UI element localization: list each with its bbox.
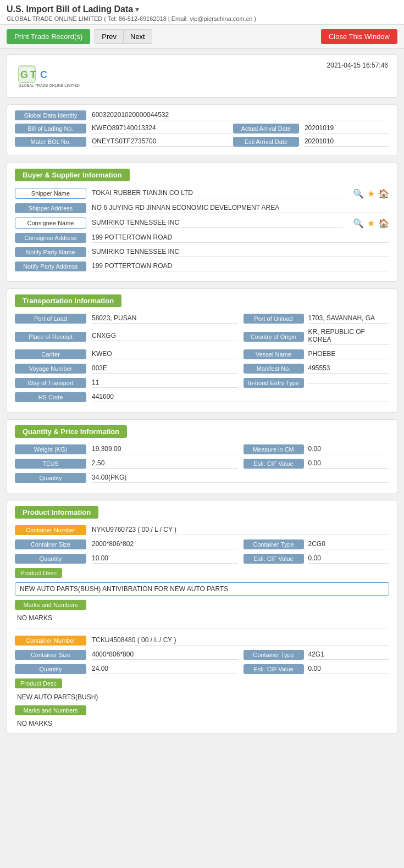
carrier-label: Carrier [15,349,86,359]
actual-arrival-value: 20201019 [305,124,389,133]
notify-address-label: Notify Party Address [15,261,86,271]
teus-label: TEUS [15,459,86,469]
header-timestamp: 2021-04-15 16:57:46 [327,62,388,69]
esti-cif-value: 0.00 [308,459,390,469]
prev-button[interactable]: Prev [95,29,123,44]
svg-text:G: G [20,69,28,80]
global-data-label: Global Data Identity [15,110,86,120]
home-icon[interactable]: 🏠 [378,188,389,199]
print-button[interactable]: Print Trade Record(s) [7,29,90,44]
container-1-number-row: Container Number NYKU9760723 ( 00 / L / … [15,525,389,535]
logo-area: G T C GLOBAL TRADE ONLINE LIMITED [16,62,87,91]
container-2-marks-value: NO MARKS [15,720,389,727]
teus-value: 2.50 [92,459,238,469]
container-2-number-label: Container Number [15,636,86,646]
container-2-marks-label: Marks and Numbers [15,705,86,715]
identity-card: Global Data Identity 6003202010200000445… [7,104,397,156]
star-icon[interactable]: ★ [367,188,375,199]
svg-text:C: C [40,69,47,80]
container-2-marks-row: Marks and Numbers [15,705,389,715]
product-info-title: Product Information [15,506,98,519]
container-2-size-label: Container Size [15,650,86,660]
port-unload-value: 1703, SAVANNAH, GA [308,314,390,324]
shipper-icons: 🔍 ★ 🏠 [353,188,389,199]
port-load-label: Port of Load [15,314,86,324]
container-2-size-row: Container Size 4000*806*800 Container Ty… [15,650,389,660]
subtitle: GLOBAL TRADE ONLINE LIMITED ( Tel: 86-51… [7,15,397,22]
consignee-search-icon[interactable]: 🔍 [353,218,364,229]
teus-row: TEUS 2.50 Esti. CIF Value 0.00 [15,459,389,469]
consignee-star-icon[interactable]: ★ [367,218,375,229]
container-2-size-value: 4000*806*800 [92,650,238,660]
container-1-desc-label: Product Desc [15,568,62,578]
port-unload-label: Port of Unload [243,314,304,324]
container-2-qty-value: 24.00 [92,665,238,674]
main-content: G T C GLOBAL TRADE ONLINE LIMITED 2021-0… [0,49,404,745]
bol-label: Bill of Lading No. [15,124,86,133]
port-load-value: 58023, PUSAN [92,314,238,324]
shipper-name-row: Shipper Name TOKAI RUBBER TIANJIN CO LTD… [15,188,389,199]
next-button[interactable]: Next [123,29,152,44]
voyage-label: Voyage Number [15,364,86,374]
global-data-row: Global Data Identity 6003202010200000445… [15,110,389,120]
qp-quantity-row: Quantity 34.00(PKG) [15,473,389,483]
qp-quantity-value: 34.00(PKG) [92,474,389,483]
container-1-qty-label: Quantity [15,554,86,564]
container-2-desc-label: Product Desc [15,678,62,688]
qp-quantity-label: Quantity [15,473,86,483]
weight-label: Weight (KG) [15,444,86,454]
search-icon[interactable]: 🔍 [353,188,364,199]
buyer-supplier-section: Buyer & Supplier Information Shipper Nam… [7,163,397,282]
weight-row: Weight (KG) 19,309.00 Measure in CM 0.00 [15,444,389,454]
container-1-desc-row: Product Desc [15,568,389,578]
measure-label: Measure in CM [243,444,304,454]
country-origin-value: KR, REPUBLIC OF KOREA [308,328,390,345]
port-load-row: Port of Load 58023, PUSAN Port of Unload… [15,314,389,324]
notify-address-value: 199 POTTERTOWN ROAD [92,262,389,271]
place-receipt-label: Place of Receipt [15,332,86,342]
shipper-name-label: Shipper Name [15,188,86,199]
container-1-marks-label: Marks and Numbers [15,600,86,610]
bol-row: Bill of Lading No. KWEO897140013324 Actu… [15,124,389,133]
hs-code-row: HS Code 441600 [15,392,389,402]
container-1-marks-row: Marks and Numbers [15,600,389,610]
container-2-desc-row: Product Desc [15,678,389,688]
container-1-size-label: Container Size [15,539,86,549]
container-2-type-value: 42G1 [308,650,390,660]
carrier-value: KWEO [92,350,238,359]
logo-svg: G T C GLOBAL TRADE ONLINE LIMITED [16,62,87,89]
consignee-address-label: Consignee Address [15,233,86,243]
buyer-supplier-title: Buyer & Supplier Information [15,169,130,181]
notify-address-row: Notify Party Address 199 POTTERTOWN ROAD [15,261,389,271]
transportation-section: Transportation Information Port of Load … [7,288,397,413]
product-info-section: Product Information Container Number NYK… [7,500,397,733]
consignee-name-row: Consignee Name SUMIRIKO TENNESSEE INC 🔍 … [15,218,389,229]
weight-value: 19,309.00 [92,445,238,454]
shipper-address-row: Shipper Address NO 6 JUYING RD JINNAN EC… [15,203,389,213]
container-1-type-label: Container Type [243,539,304,549]
page-title: U.S. Import Bill of Lading Data [7,4,133,14]
container-2-desc-value: NEW AUTO PARTS(BUSH) [15,693,98,701]
global-data-value: 600320201020000044532 [92,111,389,120]
notify-name-label: Notify Party Name [15,247,86,257]
quantity-price-section: Quantity & Price Information Weight (KG)… [7,419,397,493]
measure-value: 0.00 [308,445,390,454]
container-2-qty-row: Quantity 24.00 Esti. CIF Value 0.00 [15,664,389,674]
mater-bol-label: Mater BOL No. [15,137,86,147]
consignee-address-row: Consignee Address 199 POTTERTOWN ROAD [15,233,389,243]
container-2-cif-label: Esti. CIF Value [243,664,304,674]
transportation-title: Transportation Information [15,294,121,307]
manifest-no-label: Manifest No. [243,364,304,374]
way-transport-row: Way of Transport 11 In-bond Entry Type [15,378,389,388]
mater-bol-value: ONEYTS0TF2735700 [92,137,233,147]
consignee-home-icon[interactable]: 🏠 [378,218,389,229]
container-2-qty-label: Quantity [15,664,86,674]
container-1-cif-label: Esti. CIF Value [243,554,304,564]
close-button[interactable]: Close This Window [321,29,397,44]
shipper-address-label: Shipper Address [15,203,86,213]
container-1-cif-value: 0.00 [308,554,390,564]
header-card: G T C GLOBAL TRADE ONLINE LIMITED 2021-0… [7,54,397,98]
carrier-row: Carrier KWEO Vessel Name PHOEBE [15,349,389,359]
container-2-cif-value: 0.00 [308,665,390,674]
in-bond-value [308,382,390,384]
